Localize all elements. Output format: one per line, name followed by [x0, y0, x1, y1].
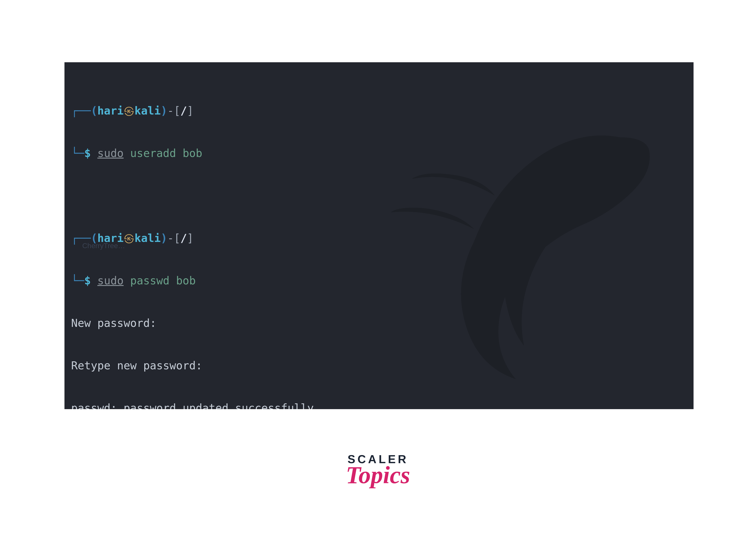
- prompt-line: ┌──(hari㉿kali)-[/]: [71, 104, 687, 118]
- prompt-path: /: [180, 104, 187, 117]
- output-line: Retype new password:: [71, 359, 687, 373]
- command-text: useradd bob: [124, 147, 202, 160]
- prompt-user: hari: [97, 104, 124, 117]
- terminal-window[interactable]: ┌──(hari㉿kali)-[/] └─$ sudo useradd bob …: [64, 62, 694, 409]
- command-text: passwd bob: [124, 275, 196, 287]
- prompt-line: ┌──(hari㉿kali)-[/]: [71, 231, 687, 245]
- at-symbol-icon: ㉿: [124, 104, 134, 117]
- command-line: └─$ sudo useradd bob: [71, 146, 687, 160]
- logo-line2: Topics: [346, 461, 410, 489]
- terminal-output[interactable]: ┌──(hari㉿kali)-[/] └─$ sudo useradd bob …: [71, 76, 687, 409]
- output-line: passwd: password updated successfully: [71, 401, 687, 409]
- prompt-host: kali: [134, 104, 161, 117]
- box-drawing-icon: ┌──: [71, 104, 91, 117]
- scaler-topics-logo: SCALER Topics: [346, 453, 410, 489]
- command-sudo: sudo: [97, 275, 124, 287]
- command-sudo: sudo: [97, 147, 124, 160]
- dollar-icon: $: [84, 147, 91, 160]
- box-drawing-icon: └─: [71, 147, 84, 160]
- command-line: └─$ sudo passwd bob: [71, 274, 687, 288]
- output-line: New password:: [71, 316, 687, 331]
